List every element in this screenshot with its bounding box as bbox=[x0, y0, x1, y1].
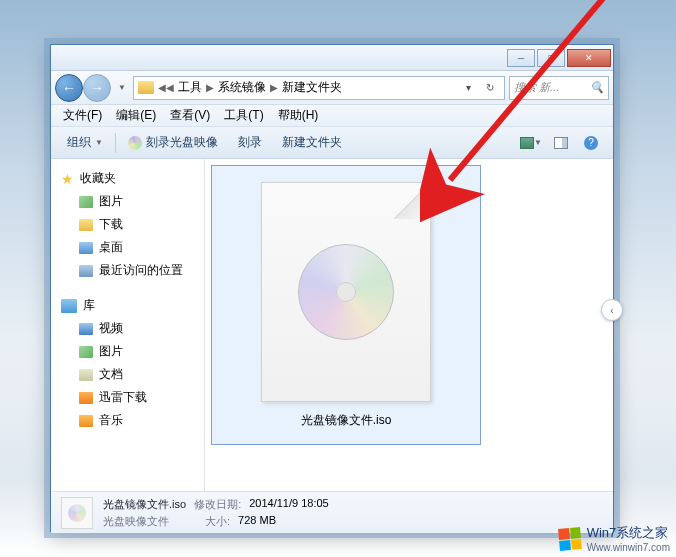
nav-forward-button[interactable]: → bbox=[83, 74, 111, 102]
chevron-down-icon: ▼ bbox=[534, 138, 542, 147]
organize-button[interactable]: 组织▼ bbox=[59, 130, 111, 155]
toolbar: 组织▼ 刻录光盘映像 刻录 新建文件夹 ▼ ? bbox=[51, 127, 613, 159]
help-icon: ? bbox=[584, 136, 598, 150]
documents-icon bbox=[79, 369, 93, 381]
disc-icon bbox=[128, 136, 142, 150]
details-modified-value: 2014/11/9 18:05 bbox=[249, 497, 329, 512]
sidebar-item-documents[interactable]: 文档 bbox=[55, 363, 200, 386]
menu-view[interactable]: 查看(V) bbox=[164, 105, 216, 126]
details-size-label: 大小: bbox=[205, 514, 230, 529]
burn-image-button[interactable]: 刻录光盘映像 bbox=[120, 130, 226, 155]
desktop-icon bbox=[79, 242, 93, 254]
folder-icon bbox=[138, 81, 154, 94]
recent-icon bbox=[79, 265, 93, 277]
details-size-value: 728 MB bbox=[238, 514, 276, 529]
expand-preview-button[interactable]: ‹ bbox=[601, 299, 623, 321]
preview-pane-button[interactable] bbox=[547, 131, 575, 155]
page-fold-icon bbox=[394, 183, 430, 219]
minimize-button[interactable]: ─ bbox=[507, 49, 535, 67]
refresh-button[interactable]: ↻ bbox=[480, 78, 500, 98]
menu-bar: 文件(F) 编辑(E) 查看(V) 工具(T) 帮助(H) bbox=[51, 105, 613, 127]
sidebar-item-pictures[interactable]: 图片 bbox=[55, 190, 200, 213]
help-button[interactable]: ? bbox=[577, 131, 605, 155]
chevron-right-icon: ▶ bbox=[268, 82, 280, 93]
new-folder-button[interactable]: 新建文件夹 bbox=[274, 130, 350, 155]
menu-help[interactable]: 帮助(H) bbox=[272, 105, 325, 126]
sidebar-item-pictures-lib[interactable]: 图片 bbox=[55, 340, 200, 363]
sidebar-item-music[interactable]: 音乐 bbox=[55, 409, 200, 432]
menu-file[interactable]: 文件(F) bbox=[57, 105, 108, 126]
address-dropdown-button[interactable]: ▾ bbox=[458, 78, 478, 98]
file-name-label: 光盘镜像文件.iso bbox=[301, 412, 392, 429]
pictures-icon bbox=[79, 346, 93, 358]
menu-edit[interactable]: 编辑(E) bbox=[110, 105, 162, 126]
navbar: ← → ▼ ◀◀ 工具 ▶ 系统镜像 ▶ 新建文件夹 ▾ ↻ 搜索 新... 🔍 bbox=[51, 71, 613, 105]
content-area[interactable]: 光盘镜像文件.iso ‹ bbox=[205, 159, 613, 491]
nav-back-button[interactable]: ← bbox=[55, 74, 83, 102]
breadcrumb-item[interactable]: 新建文件夹 bbox=[282, 79, 342, 96]
search-icon: 🔍 bbox=[590, 81, 604, 94]
file-thumbnail bbox=[261, 182, 431, 402]
details-filename: 光盘镜像文件.iso bbox=[103, 497, 186, 512]
file-tile-selected[interactable]: 光盘镜像文件.iso bbox=[211, 165, 481, 445]
thunder-icon bbox=[79, 392, 93, 404]
sidebar: ★ 收藏夹 图片 下载 桌面 最近访问的位置 库 视频 图片 文档 迅雷下载 音… bbox=[51, 159, 205, 491]
search-input[interactable]: 搜索 新... 🔍 bbox=[509, 76, 609, 100]
explorer-body: ★ 收藏夹 图片 下载 桌面 最近访问的位置 库 视频 图片 文档 迅雷下载 音… bbox=[51, 159, 613, 491]
sidebar-item-recent[interactable]: 最近访问的位置 bbox=[55, 259, 200, 282]
chevron-right-icon: ◀◀ bbox=[156, 82, 176, 93]
divider bbox=[115, 133, 116, 153]
details-filetype: 光盘映像文件 bbox=[103, 514, 169, 529]
titlebar: ─ □ ✕ bbox=[51, 45, 613, 71]
sidebar-favorites-header[interactable]: ★ 收藏夹 bbox=[55, 167, 200, 190]
breadcrumb-item[interactable]: 系统镜像 bbox=[218, 79, 266, 96]
library-icon bbox=[61, 299, 77, 313]
chevron-right-icon: ▶ bbox=[204, 82, 216, 93]
star-icon: ★ bbox=[61, 171, 74, 187]
video-icon bbox=[79, 323, 93, 335]
sidebar-item-videos[interactable]: 视频 bbox=[55, 317, 200, 340]
sidebar-item-thunder[interactable]: 迅雷下载 bbox=[55, 386, 200, 409]
address-bar[interactable]: ◀◀ 工具 ▶ 系统镜像 ▶ 新建文件夹 ▾ ↻ bbox=[133, 76, 505, 100]
details-modified-label: 修改日期: bbox=[194, 497, 241, 512]
menu-tools[interactable]: 工具(T) bbox=[218, 105, 269, 126]
breadcrumb-item[interactable]: 工具 bbox=[178, 79, 202, 96]
downloads-icon bbox=[79, 219, 93, 231]
watermark-title: Win7系统之家 bbox=[587, 525, 669, 540]
chevron-down-icon: ▼ bbox=[95, 138, 103, 147]
watermark: Win7系统之家 Www.winwin7.com bbox=[559, 524, 670, 553]
sidebar-item-desktop[interactable]: 桌面 bbox=[55, 236, 200, 259]
details-pane: 光盘镜像文件.iso 修改日期: 2014/11/9 18:05 光盘映像文件 … bbox=[51, 491, 613, 533]
maximize-button[interactable]: □ bbox=[537, 49, 565, 67]
nav-history-dropdown[interactable]: ▼ bbox=[115, 78, 129, 98]
thumbnails-icon bbox=[520, 137, 534, 149]
close-button[interactable]: ✕ bbox=[567, 49, 611, 67]
windows-logo-icon bbox=[558, 527, 582, 551]
disc-icon bbox=[298, 244, 394, 340]
sidebar-item-downloads[interactable]: 下载 bbox=[55, 213, 200, 236]
pictures-icon bbox=[79, 196, 93, 208]
search-placeholder: 搜索 新... bbox=[514, 80, 559, 95]
view-options-button[interactable]: ▼ bbox=[517, 131, 545, 155]
watermark-url: Www.winwin7.com bbox=[587, 542, 670, 553]
music-icon bbox=[79, 415, 93, 427]
details-file-icon bbox=[61, 497, 93, 529]
explorer-window: ─ □ ✕ ← → ▼ ◀◀ 工具 ▶ 系统镜像 ▶ 新建文件夹 ▾ ↻ 搜索 … bbox=[50, 44, 614, 532]
burn-button[interactable]: 刻录 bbox=[230, 130, 270, 155]
sidebar-library-header[interactable]: 库 bbox=[55, 294, 200, 317]
preview-icon bbox=[554, 137, 568, 149]
